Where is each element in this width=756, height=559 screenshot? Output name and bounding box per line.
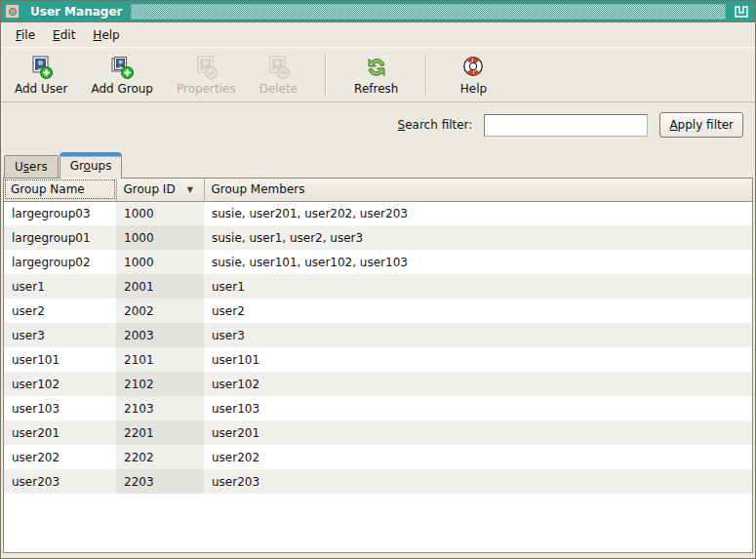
cell-group-name[interactable]: user101 xyxy=(4,347,116,372)
cell-group-id[interactable]: 2102 xyxy=(116,372,204,396)
titlebar-pattern xyxy=(131,4,726,20)
add-user-button[interactable]: Add User xyxy=(3,52,79,99)
cell-group-id[interactable]: 2202 xyxy=(116,445,204,469)
table-row[interactable]: user101 2101 user101 xyxy=(4,347,752,372)
groups-table-container: Group Name Group ID▼ Group Members large… xyxy=(3,178,753,553)
cell-group-members[interactable]: user202 xyxy=(204,445,752,469)
refresh-button[interactable]: Refresh xyxy=(342,52,410,99)
refresh-icon xyxy=(364,55,389,81)
properties-icon xyxy=(193,55,219,81)
group-table-body: largegroup03 1000 susie, user201, user20… xyxy=(4,201,752,494)
column-header-group-name[interactable]: Group Name xyxy=(4,179,116,201)
cell-group-name[interactable]: largegroup03 xyxy=(4,201,116,225)
table-row[interactable]: user2 2002 user2 xyxy=(4,299,752,323)
table-row[interactable]: user1 2001 user1 xyxy=(4,274,752,299)
search-filter-label: Search filter: xyxy=(398,118,473,132)
cell-group-members[interactable]: susie, user201, user202, user203 xyxy=(204,201,752,225)
search-filter-row: Search filter: Apply filter xyxy=(1,102,755,147)
add-user-icon xyxy=(28,55,54,81)
cell-group-members[interactable]: user1 xyxy=(204,274,752,299)
apply-filter-button[interactable]: Apply filter xyxy=(659,112,743,138)
cell-group-members[interactable]: user102 xyxy=(204,372,752,396)
cell-group-name[interactable]: user103 xyxy=(4,396,116,420)
table-row[interactable]: user202 2202 user202 xyxy=(4,445,752,469)
cell-group-name[interactable]: user202 xyxy=(4,445,116,469)
cell-group-name[interactable]: user203 xyxy=(4,469,116,494)
cell-group-members[interactable]: user3 xyxy=(204,323,752,347)
table-row[interactable]: user103 2103 user103 xyxy=(4,396,752,420)
toolbar-separator xyxy=(425,55,427,96)
menu-help[interactable]: Help xyxy=(84,24,128,46)
delete-icon xyxy=(265,55,291,81)
cell-group-members[interactable]: susie, user101, user102, user103 xyxy=(204,250,752,274)
cell-group-members[interactable]: susie, user1, user2, user3 xyxy=(204,225,752,250)
tab-users[interactable]: Users xyxy=(4,155,59,178)
search-filter-input[interactable] xyxy=(484,114,648,137)
table-row[interactable]: largegroup03 1000 susie, user201, user20… xyxy=(4,201,752,225)
cell-group-id[interactable]: 1000 xyxy=(116,225,204,250)
sort-descending-icon: ▼ xyxy=(187,185,193,194)
cell-group-members[interactable]: user103 xyxy=(204,396,752,420)
cell-group-name[interactable]: user2 xyxy=(4,299,116,323)
shade-button[interactable] xyxy=(732,3,751,20)
column-header-group-id[interactable]: Group ID▼ xyxy=(116,179,204,201)
column-header-group-members[interactable]: Group Members xyxy=(204,179,752,201)
table-row[interactable]: largegroup02 1000 susie, user101, user10… xyxy=(4,250,752,274)
tabstrip: Users Groups xyxy=(1,147,755,178)
cell-group-members[interactable]: user2 xyxy=(204,299,752,323)
toolbar-separator xyxy=(325,55,327,96)
cell-group-name[interactable]: user201 xyxy=(4,420,116,445)
delete-button: Delete xyxy=(248,52,309,99)
cell-group-id[interactable]: 2001 xyxy=(116,274,204,299)
properties-button: Properties xyxy=(165,52,248,99)
cell-group-id[interactable]: 2203 xyxy=(116,469,204,494)
window-icon xyxy=(9,8,17,16)
window-menu-button[interactable] xyxy=(5,4,20,19)
tab-groups[interactable]: Groups xyxy=(60,152,123,179)
user-manager-window: User Manager File Edit Help xyxy=(0,0,756,559)
cell-group-members[interactable]: user201 xyxy=(204,420,752,445)
table-row[interactable]: user3 2003 user3 xyxy=(4,323,752,347)
cell-group-name[interactable]: largegroup01 xyxy=(4,225,116,250)
titlebar[interactable]: User Manager xyxy=(1,1,755,22)
table-row[interactable]: user102 2102 user102 xyxy=(4,372,752,396)
cell-group-id[interactable]: 2101 xyxy=(116,347,204,372)
menu-edit[interactable]: Edit xyxy=(44,24,84,46)
cell-group-id[interactable]: 2003 xyxy=(116,323,204,347)
cell-group-id[interactable]: 2002 xyxy=(116,299,204,323)
table-row[interactable]: largegroup01 1000 susie, user1, user2, u… xyxy=(4,225,752,250)
add-group-icon xyxy=(109,55,135,81)
add-group-button[interactable]: Add Group xyxy=(79,52,165,99)
help-icon xyxy=(460,55,486,81)
table-header-row: Group Name Group ID▼ Group Members xyxy=(4,179,752,201)
window-title: User Manager xyxy=(30,5,122,19)
shade-icon xyxy=(733,4,750,20)
cell-group-name[interactable]: user102 xyxy=(4,372,116,396)
cell-group-id[interactable]: 2201 xyxy=(116,420,204,445)
cell-group-members[interactable]: user101 xyxy=(204,347,752,372)
groups-table: Group Name Group ID▼ Group Members large… xyxy=(4,179,752,494)
help-button[interactable]: Help xyxy=(443,52,503,99)
cell-group-name[interactable]: user3 xyxy=(4,323,116,347)
table-row[interactable]: user203 2203 user203 xyxy=(4,469,752,494)
cell-group-id[interactable]: 1000 xyxy=(116,201,204,225)
cell-group-name[interactable]: largegroup02 xyxy=(4,250,116,274)
cell-group-members[interactable]: user203 xyxy=(204,469,752,494)
table-row[interactable]: user201 2201 user201 xyxy=(4,420,752,445)
cell-group-name[interactable]: user1 xyxy=(4,274,116,299)
cell-group-id[interactable]: 2103 xyxy=(116,396,204,420)
toolbar: Add User Add Group xyxy=(1,47,755,102)
cell-group-id[interactable]: 1000 xyxy=(116,250,204,274)
menubar: File Edit Help xyxy=(1,22,755,47)
menu-file[interactable]: File xyxy=(7,24,44,46)
